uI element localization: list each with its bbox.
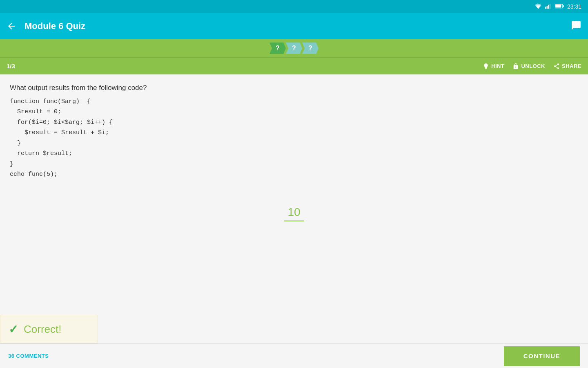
status-bar: 23:31 <box>0 0 588 13</box>
answer-value: 10 <box>284 206 304 221</box>
chat-icon[interactable] <box>571 20 581 32</box>
battery-icon <box>555 4 564 10</box>
toolbar-actions: HINT UNLOCK SHARE <box>483 63 581 70</box>
time-display: 23:31 <box>567 3 581 10</box>
wifi-icon <box>535 3 542 10</box>
checkmark-icon: ✓ <box>9 323 18 336</box>
bottom-bar: 36 COMMENTS CONTINUE <box>0 343 588 368</box>
svg-rect-3 <box>548 4 549 9</box>
svg-rect-1 <box>545 7 546 9</box>
app-title: Module 6 Quiz <box>24 21 563 31</box>
main-content: What output results from the following c… <box>0 74 588 343</box>
content-wrapper: What output results from the following c… <box>0 74 588 368</box>
app-bar: Module 6 Quiz <box>0 13 588 39</box>
question-prompt: What output results from the following c… <box>10 83 578 93</box>
back-button[interactable] <box>7 21 16 31</box>
progress-step-1: ? <box>270 43 286 54</box>
comments-link[interactable]: 36 COMMENTS <box>8 353 49 359</box>
lock-icon <box>512 63 519 70</box>
correct-banner: ✓ Correct! <box>0 315 98 343</box>
quiz-toolbar: 1/3 HINT UNLOCK SHARE <box>0 57 588 74</box>
progress-step-3: ? <box>302 43 318 54</box>
step-badge-3: ? <box>302 43 318 54</box>
answer-area: 10 <box>284 206 304 221</box>
share-icon <box>553 63 560 70</box>
continue-button[interactable]: CONTINUE <box>504 346 580 366</box>
correct-text: Correct! <box>24 323 61 336</box>
unlock-button[interactable]: UNLOCK <box>512 63 545 70</box>
svg-rect-7 <box>555 4 561 7</box>
progress-step-2: ? <box>286 43 302 54</box>
code-block: function func($arg) { $result = 0; for($… <box>10 96 578 180</box>
step-badge-2: ? <box>286 43 302 54</box>
progress-area: ? ? ? <box>0 39 588 57</box>
svg-point-0 <box>538 8 539 9</box>
svg-rect-4 <box>550 4 550 9</box>
question-counter: 1/3 <box>7 63 15 70</box>
step-badge-1: ? <box>270 43 286 54</box>
svg-rect-6 <box>563 5 564 7</box>
hint-button[interactable]: HINT <box>483 63 504 70</box>
svg-rect-2 <box>547 6 548 9</box>
hint-icon <box>483 63 489 70</box>
share-button[interactable]: SHARE <box>553 63 581 70</box>
signal-icon <box>545 3 552 10</box>
